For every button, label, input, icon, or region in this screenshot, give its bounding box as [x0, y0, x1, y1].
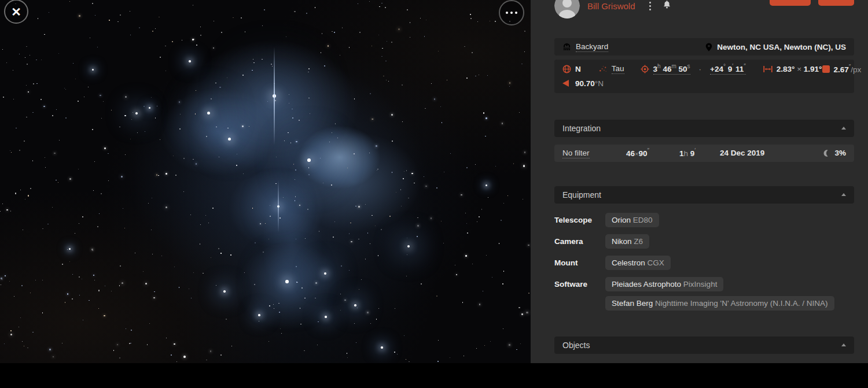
equipment-pill[interactable]: Nikon Z6: [605, 234, 649, 249]
ellipsis-icon: [506, 12, 517, 14]
location-bar: Backyard Newton, NC USA, Newton (NC), US: [554, 38, 854, 56]
close-icon: ✕: [11, 6, 21, 18]
moon-phase: 3%: [823, 149, 846, 157]
dec-link[interactable]: +24° 9′ 11″: [710, 64, 746, 75]
astrometry-bar: N Tau: [554, 60, 854, 93]
equipment-row-camera: Camera Nikon Z6: [554, 234, 854, 249]
left-triangle-icon: [562, 80, 569, 87]
globe-icon: [562, 65, 571, 73]
collapse-caret-icon: [841, 343, 846, 346]
user-row: Bill Griswold 11 0: [554, 0, 854, 19]
position-angle-item: 90.70°N: [562, 79, 604, 88]
equipment-pill[interactable]: Orion ED80: [605, 213, 659, 227]
location-site-link[interactable]: Backyard: [576, 42, 608, 52]
frames-value: 46×90″: [626, 148, 679, 158]
details-panel: Bill Griswold 11 0: [531, 0, 868, 363]
like-count: 11: [794, 0, 802, 1]
person-icon: [554, 0, 580, 19]
orientation-value: N: [575, 65, 581, 73]
username-link[interactable]: Bill Griswold: [587, 1, 635, 11]
equipment-row-telescope: Telescope Orion ED80: [554, 213, 854, 227]
close-button[interactable]: ✕: [4, 0, 28, 24]
thumbs-up-icon: [778, 0, 787, 1]
integration-row: No filter 46×90″ 1h 9′ 24 Dec 2019 3%: [554, 145, 854, 162]
avatar[interactable]: [554, 0, 580, 19]
ra-link[interactable]: 3h 46m 50s: [653, 64, 690, 75]
field-size-item: 2.83° × 1.91°: [763, 65, 822, 73]
astrophoto-image[interactable]: ✕: [0, 0, 531, 363]
moon-icon: [823, 149, 830, 157]
constellation-item: Tau: [598, 64, 624, 74]
constellation-icon: [598, 65, 608, 73]
location-place: Newton, NC USA, Newton (NC), US: [717, 43, 846, 51]
kebab-menu-icon[interactable]: [648, 0, 653, 12]
section-header-integration[interactable]: Integration: [554, 120, 854, 137]
map-pin-icon: [705, 43, 712, 51]
equipment-row-software: Software Pleiades Astrophoto PixInsight …: [554, 277, 854, 311]
square-icon: [822, 65, 830, 73]
acquisition-date: 24 Dec 2019: [720, 149, 764, 157]
bookmark-icon: [827, 0, 834, 1]
equipment-row-mount: Mount Celestron CGX: [554, 256, 854, 270]
total-duration: 1h 9′: [679, 148, 720, 158]
bookmark-count: 0: [841, 0, 845, 1]
target-icon: [641, 65, 649, 73]
observatory-icon: [562, 43, 571, 51]
orientation-item: N: [562, 65, 581, 73]
filter-link[interactable]: No filter: [562, 149, 590, 158]
equipment-pill[interactable]: Celestron CGX: [605, 256, 671, 270]
equipment-list: Telescope Orion ED80 Camera Nikon Z6 Mou…: [554, 213, 854, 311]
section-header-objects[interactable]: Objects: [554, 337, 854, 354]
bell-icon[interactable]: [663, 0, 671, 9]
like-button[interactable]: 11: [770, 0, 811, 6]
equipment-pill[interactable]: Pleiades Astrophoto PixInsight: [605, 277, 723, 291]
collapse-caret-icon: [841, 193, 846, 196]
bookmark-button[interactable]: 0: [818, 0, 854, 6]
coordinates-item: 3h 46m 50s · +24° 9′ 11″: [641, 64, 746, 75]
equipment-pill[interactable]: Stefan Berg Nighttime Imaging 'N' Astron…: [605, 296, 834, 311]
pixel-scale-item: 2.67″/px: [822, 64, 862, 74]
field-width-icon: [763, 65, 773, 73]
constellation-link[interactable]: Tau: [612, 64, 624, 74]
section-header-equipment[interactable]: Equipment: [554, 186, 854, 204]
image-viewer: ✕ Bill Griswold: [0, 0, 868, 363]
collapse-caret-icon: [841, 127, 846, 130]
more-options-button[interactable]: [499, 0, 524, 25]
